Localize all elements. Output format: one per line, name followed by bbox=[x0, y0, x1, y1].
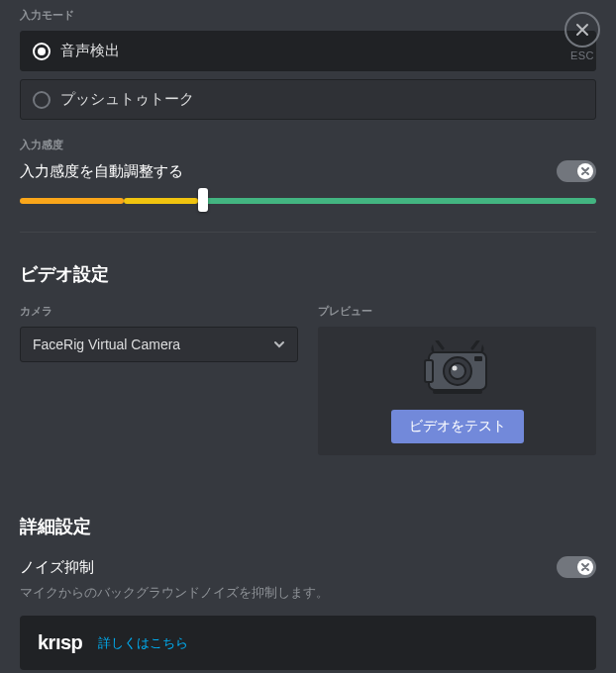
close-label: ESC bbox=[570, 49, 594, 61]
x-icon bbox=[580, 562, 590, 572]
camera-value: FaceRig Virtual Camera bbox=[33, 336, 180, 352]
radio-voice-activity[interactable]: 音声検出 bbox=[20, 31, 596, 71]
camera-icon bbox=[398, 338, 517, 398]
divider bbox=[20, 232, 596, 233]
advanced-title: 詳細設定 bbox=[20, 515, 596, 538]
slider-handle[interactable] bbox=[198, 188, 208, 212]
close-icon bbox=[574, 22, 590, 38]
noise-suppression-toggle[interactable] bbox=[557, 556, 596, 578]
svg-point-4 bbox=[452, 366, 457, 371]
input-sensitivity-label: 入力感度 bbox=[20, 138, 596, 152]
svg-rect-5 bbox=[474, 356, 482, 361]
test-video-button[interactable]: ビデオをテスト bbox=[391, 410, 524, 443]
radio-icon bbox=[33, 43, 51, 60]
krisp-logo: krısp bbox=[38, 631, 82, 654]
video-preview: ビデオをテスト bbox=[318, 327, 596, 455]
camera-label: カメラ bbox=[20, 304, 298, 319]
sensitivity-slider[interactable] bbox=[20, 192, 596, 208]
noise-suppression-label: ノイズ抑制 bbox=[20, 558, 94, 577]
svg-rect-6 bbox=[433, 390, 482, 394]
noise-suppression-desc: マイクからのバックグラウンドノイズを抑制します。 bbox=[20, 584, 596, 602]
krisp-banner: krısp 詳しくはこちら bbox=[20, 616, 596, 670]
svg-rect-1 bbox=[425, 360, 433, 382]
auto-sensitivity-toggle[interactable] bbox=[557, 160, 596, 182]
radio-label: 音声検出 bbox=[60, 42, 120, 60]
radio-icon bbox=[33, 91, 51, 109]
input-mode-label: 入力モード bbox=[20, 8, 596, 23]
preview-label: プレビュー bbox=[318, 304, 596, 319]
radio-label: プッシュトゥトーク bbox=[60, 90, 194, 109]
radio-push-to-talk[interactable]: プッシュトゥトーク bbox=[20, 79, 596, 120]
auto-sensitivity-label: 入力感度を自動調整する bbox=[20, 162, 183, 181]
x-icon bbox=[580, 166, 590, 176]
svg-point-3 bbox=[450, 363, 465, 379]
close-button[interactable] bbox=[565, 12, 600, 48]
chevron-down-icon bbox=[273, 338, 285, 350]
camera-select[interactable]: FaceRig Virtual Camera bbox=[20, 327, 298, 362]
krisp-learn-more-link[interactable]: 詳しくはこちら bbox=[98, 634, 188, 652]
video-settings-title: ビデオ設定 bbox=[20, 262, 596, 286]
